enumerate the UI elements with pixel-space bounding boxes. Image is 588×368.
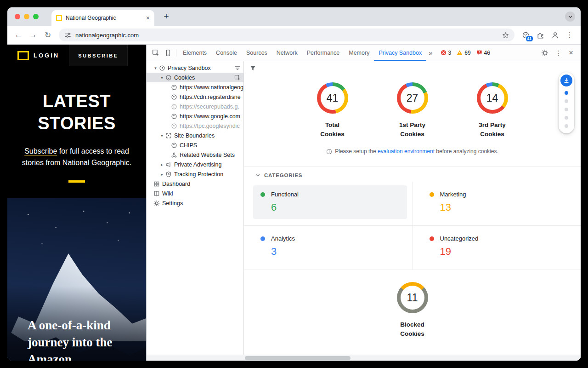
tree-item-url-securepubads[interactable]: https://securepubads.g. [147, 102, 243, 111]
tree-item-url-nationalgeographic[interactable]: https://www.nationalgeog [147, 82, 243, 92]
tree-item-dashboard[interactable]: Dashboard [147, 179, 243, 189]
tree-item-settings[interactable]: Settings [147, 198, 243, 208]
twisty-open-icon[interactable]: ▾ [159, 75, 164, 80]
scrollbar-thumb[interactable] [245, 356, 351, 360]
site-boundaries-icon [165, 132, 172, 139]
tab-elements[interactable]: Elements [178, 45, 211, 61]
donut-value: 41 [317, 82, 348, 114]
zoom-window-button[interactable] [33, 14, 39, 19]
privacy-sandbox-icon [158, 64, 165, 71]
psat-extension-button[interactable]: 41 [519, 29, 532, 41]
horizontal-scrollbar[interactable] [147, 355, 581, 361]
tree-item-private-advertising[interactable]: ▸ Private Advertising [147, 160, 243, 169]
subscribe-link[interactable]: Subscribe [24, 147, 57, 155]
bookmark-star-icon[interactable] [502, 32, 509, 39]
tab-privacy-sandbox[interactable]: Privacy Sandbox [374, 45, 426, 61]
browser-menu-button[interactable]: ⋮ [563, 29, 576, 41]
natgeo-logo[interactable] [17, 51, 29, 60]
login-link[interactable]: LOGIN [34, 52, 59, 59]
inspect-icon[interactable] [234, 75, 241, 81]
inspect-element-icon[interactable] [149, 46, 162, 59]
twisty-open-icon[interactable]: ▾ [153, 66, 158, 70]
natgeo-page: LOGIN SUBSCRIBE LATEST STORIES Subscribe… [7, 45, 146, 361]
devtools-menu-button[interactable]: ⋮ [555, 49, 562, 57]
reload-button[interactable]: ↻ [41, 29, 54, 41]
scroll-dot-active[interactable] [565, 91, 568, 95]
promo-rest: for full access to read [57, 147, 129, 155]
extensions-icon[interactable] [534, 29, 547, 41]
tree-item-label: Settings [162, 200, 183, 207]
tab-close-icon[interactable]: × [146, 14, 150, 22]
tree-item-url-google[interactable]: https://www.google.com [147, 111, 243, 121]
category-marketing[interactable]: Marketing 13 [413, 182, 581, 226]
filter-list-icon[interactable] [234, 65, 241, 71]
issues-badge[interactable]: 46 [476, 50, 490, 56]
setup-info-message: Please setup the evaluation environment … [326, 148, 498, 155]
export-report-button[interactable] [560, 75, 572, 86]
site-info-icon[interactable] [64, 32, 71, 39]
scroll-dot[interactable] [565, 108, 568, 111]
tree-item-tracking-protection[interactable]: ▸ Tracking Protection [147, 169, 243, 179]
tree-item-wiki[interactable]: Wiki [147, 189, 243, 198]
forward-button[interactable]: → [27, 29, 40, 41]
category-analytics[interactable]: Analytics 3 [244, 226, 413, 270]
cookie-icon [170, 103, 177, 110]
evaluation-environment-link[interactable]: evaluation environment [378, 148, 435, 155]
headline-line2: STORIES [7, 112, 146, 134]
address-bar[interactable]: nationalgeographic.com [59, 29, 514, 41]
blocked-cookies-donut: 11 Blocked Cookies [385, 282, 440, 339]
tab-performance[interactable]: Performance [302, 45, 345, 61]
more-tabs-button[interactable]: » [426, 49, 435, 57]
category-uncategorized[interactable]: Uncategorized 19 [413, 226, 581, 270]
donut-label: 1st Party Cookies [399, 121, 425, 139]
tree-item-privacy-sandbox[interactable]: ▾ Privacy Sandbox [147, 63, 243, 73]
tree-item-url-googlesyndication[interactable]: https://tpc.googlesyndic [147, 121, 243, 131]
cookie-icon [170, 113, 177, 120]
scroll-dot[interactable] [565, 99, 568, 103]
tracking-protection-icon [165, 171, 172, 178]
profile-avatar[interactable] [548, 29, 561, 41]
close-window-button[interactable] [15, 14, 20, 19]
categories-header[interactable]: CATEGORIES [244, 167, 581, 182]
tree-item-cookies[interactable]: ▾ Cookies [147, 73, 243, 82]
scroll-dot[interactable] [565, 116, 568, 120]
scroll-dot[interactable] [565, 124, 568, 128]
donut-chart: 27 [397, 82, 428, 114]
tab-sources[interactable]: Sources [242, 45, 272, 61]
category-functional[interactable]: Functional 6 [244, 182, 413, 226]
tab-memory[interactable]: Memory [344, 45, 374, 61]
tree-item-label: Dashboard [162, 181, 190, 187]
category-label: Uncategorized [440, 235, 479, 242]
twisty-open-icon[interactable]: ▾ [159, 133, 164, 138]
marketing-dot-icon [430, 192, 434, 197]
twisty-closed-icon[interactable]: ▸ [159, 162, 164, 167]
tree-item-label: Related Website Sets [180, 152, 235, 158]
close-devtools-icon[interactable]: × [569, 49, 573, 57]
filter-icon[interactable] [249, 65, 256, 72]
new-tab-button[interactable]: + [160, 10, 173, 23]
errors-badge[interactable]: 3 [441, 50, 452, 56]
minimize-window-button[interactable] [24, 14, 29, 19]
tree-item-label: Tracking Protection [174, 171, 223, 178]
twisty-closed-icon[interactable]: ▸ [159, 172, 164, 177]
tab-console[interactable]: Console [211, 45, 242, 61]
tree-item-url-registerdisney[interactable]: https://cdn.registerdisne [147, 92, 243, 102]
tree-item-label: https://www.nationalgeog [180, 84, 243, 91]
back-button[interactable]: ← [12, 29, 25, 41]
browser-tab[interactable]: National Geographic × [51, 10, 154, 26]
tab-network[interactable]: Network [272, 45, 302, 61]
subscribe-button[interactable]: SUBSCRIBE [69, 45, 128, 66]
page-title: LATEST STORIES [7, 90, 146, 134]
promo-text: Subscribe for full access to readstories… [7, 145, 146, 168]
tree-item-site-boundaries[interactable]: ▾ Site Boundaries [147, 131, 243, 140]
tab-strip-chevron-button[interactable] [565, 12, 575, 22]
cookies-analysis-panel: 41 Total Cookies 27 [244, 61, 581, 361]
devtools-controls: ⋮ × [541, 49, 578, 57]
tree-item-label: CHIPS [180, 142, 197, 149]
tree-item-chips[interactable]: CHIPS [147, 140, 243, 150]
tree-item-related-website-sets[interactable]: Related Website Sets [147, 150, 243, 160]
device-toolbar-icon[interactable] [162, 46, 174, 59]
warnings-badge[interactable]: 69 [457, 50, 470, 56]
donut-label: 3rd Party Cookies [479, 121, 506, 139]
settings-gear-icon[interactable] [541, 49, 548, 57]
